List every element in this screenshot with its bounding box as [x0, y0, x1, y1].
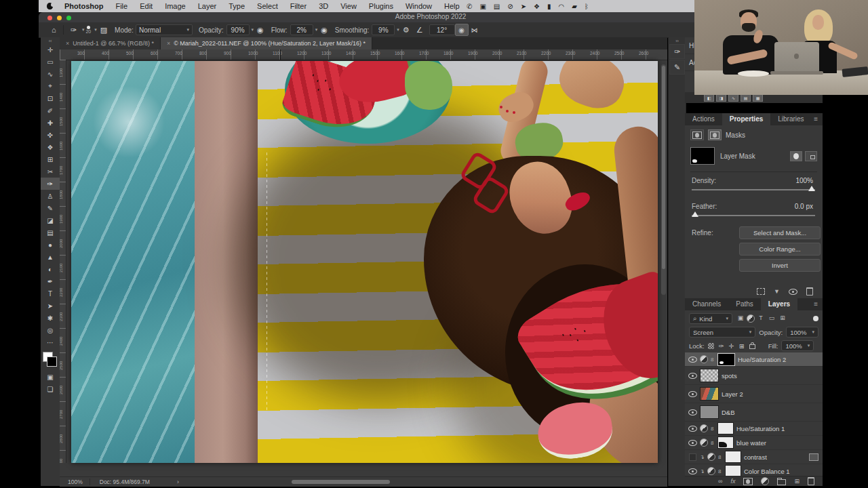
lock-all-icon[interactable] [749, 344, 755, 349]
layer-name[interactable]: contrast [744, 453, 767, 461]
battery-icon[interactable]: ▰ [572, 3, 577, 10]
menu-view[interactable]: View [334, 0, 363, 12]
background-color-swatch[interactable] [47, 357, 57, 367]
tab-channels[interactable]: Channels [685, 298, 728, 310]
sidecar-icon[interactable]: ▮ [547, 3, 551, 10]
density-slider[interactable] [692, 189, 815, 190]
brush-preset-icon[interactable]: ✑ [67, 26, 80, 35]
fill-select[interactable]: 100%▾ [781, 340, 814, 351]
dodge-tool[interactable]: ◐ [41, 263, 60, 275]
adjustment-preset-4[interactable]: ▤ [741, 94, 751, 102]
layer-visibility-toggle[interactable] [688, 453, 697, 461]
object-selection-tool[interactable]: ⌖ [41, 80, 60, 92]
load-selection-icon[interactable] [757, 288, 765, 295]
menu-select[interactable]: Select [251, 0, 284, 12]
type-tool[interactable]: T [41, 287, 60, 300]
layer-thumbnail[interactable] [700, 387, 719, 401]
tab-layers[interactable]: Layers [761, 298, 797, 310]
vector-mask-badge-icon[interactable] [805, 151, 817, 161]
layer-row[interactable]: D&B [685, 403, 823, 422]
patch-tool[interactable]: ❖ [41, 141, 60, 153]
smoothing-value[interactable]: 9% [372, 24, 395, 35]
layer-row[interactable]: 8Hue/Saturation 1 [685, 422, 823, 436]
layer-thumbnail[interactable] [717, 436, 734, 449]
brushes-panel-icon[interactable]: ✎ [669, 60, 685, 75]
menu-3d[interactable]: 3D [313, 0, 334, 12]
select-and-mask-button[interactable]: Select and Mask... [739, 226, 821, 239]
adjustment-layer-icon[interactable] [700, 355, 708, 363]
healing-brush-tool[interactable]: ✜ [41, 129, 60, 141]
horizontal-scrollbar[interactable] [292, 480, 390, 484]
filter-toggle[interactable] [813, 316, 818, 321]
adjustment-preset-5[interactable]: ▦ [753, 94, 763, 102]
panel-menu-icon[interactable]: ≡ [814, 298, 823, 310]
apply-mask-icon[interactable]: ▼ [774, 288, 780, 295]
adjustment-layer-icon[interactable] [707, 453, 715, 461]
menu-edit[interactable]: Edit [134, 0, 159, 12]
mask-badge-icon[interactable] [790, 151, 802, 161]
density-slider-knob[interactable] [808, 186, 815, 191]
lock-transparency-icon[interactable] [708, 343, 714, 349]
layer-thumbnail[interactable] [725, 451, 741, 463]
layers-opacity-select[interactable]: 100%▾ [786, 327, 818, 338]
density-value[interactable]: 100% [795, 177, 813, 184]
bluetooth-icon[interactable]: ᛒ [585, 3, 589, 10]
layer-mask-thumbnail[interactable] [690, 147, 715, 165]
delete-mask-icon[interactable] [806, 287, 813, 296]
layer-thumbnail[interactable] [717, 422, 734, 434]
opacity-value[interactable]: 90% [226, 24, 250, 35]
mask-link-icon[interactable]: 8 [718, 468, 722, 474]
status-arrow-icon[interactable]: › [177, 479, 179, 485]
tab-libraries[interactable]: Libraries [770, 113, 811, 125]
lock-artboard-icon[interactable]: ⊞ [739, 342, 745, 350]
layer-visibility-toggle[interactable] [688, 357, 697, 363]
lock-pixels-icon[interactable]: ✑ [719, 342, 724, 350]
flow-value[interactable]: 2% [290, 24, 313, 35]
canvas[interactable] [71, 61, 658, 463]
add-mask-icon[interactable] [743, 478, 753, 485]
close-tab-icon[interactable]: × [66, 40, 69, 47]
mask-link-icon[interactable]: 8 [711, 426, 715, 432]
filter-pixel-layers-icon[interactable]: ▣ [736, 314, 745, 323]
layer-visibility-toggle[interactable] [688, 409, 697, 415]
eraser-tool[interactable]: ◪ [41, 214, 60, 226]
layer-name[interactable]: Color Balance 1 [744, 468, 790, 475]
mask-link-icon[interactable]: 8 [711, 357, 715, 363]
marquee-tool[interactable]: ▭ [41, 56, 60, 68]
filter-type-layers-icon[interactable]: T [756, 314, 766, 323]
hand-tool[interactable]: ✱ [41, 312, 60, 324]
lasso-tool[interactable]: ∿ [41, 68, 60, 80]
mask-link-icon[interactable]: 8 [711, 440, 715, 446]
dock-collapse-icon[interactable]: ›› [669, 37, 686, 43]
smudge-tool[interactable]: ● [41, 239, 60, 251]
frame-tool[interactable]: ⊞ [41, 153, 60, 165]
delete-layer-icon[interactable] [808, 477, 814, 485]
airbrush-icon[interactable]: ◉ [317, 26, 331, 35]
vertical-scrollbar[interactable] [661, 64, 666, 295]
filter-adjustment-layers-icon[interactable] [747, 314, 755, 323]
layer-visibility-toggle[interactable] [688, 391, 697, 397]
layer-row[interactable]: Layer 2 [685, 385, 823, 403]
menu-file[interactable]: File [109, 0, 134, 12]
pixel-mask-icon[interactable] [690, 129, 704, 140]
layer-thumbnail[interactable] [700, 405, 719, 419]
spot-healing-tool[interactable]: ✚ [41, 117, 60, 129]
layer-name[interactable]: Layer 2 [722, 390, 743, 398]
adjustment-layer-icon[interactable] [700, 439, 708, 447]
menu-window[interactable]: Window [399, 0, 438, 12]
layer-styles-icon[interactable]: fx [730, 478, 735, 485]
app-badge-icon[interactable]: ❖ [534, 3, 540, 10]
document-tab[interactable]: ×Untitled-1 @ 66.7% (RGB/8) * [60, 37, 161, 49]
gradient-tool[interactable]: ▤ [41, 226, 60, 239]
layer-visibility-toggle[interactable] [688, 440, 697, 446]
menu-help[interactable]: Help [438, 0, 466, 12]
phone-icon[interactable]: ✆ [467, 3, 472, 10]
new-group-icon[interactable] [777, 479, 786, 485]
document-tab[interactable]: ×© Mariah_2022-011.NEF @ 100% (Hue/Satur… [161, 37, 372, 49]
mask-link-icon[interactable]: 8 [718, 454, 722, 460]
new-adjustment-layer-icon[interactable] [761, 477, 769, 485]
crop-tool[interactable]: ⊡ [41, 92, 60, 104]
pen-tool[interactable]: ✒ [41, 275, 60, 287]
apple-menu-icon[interactable] [47, 3, 53, 9]
link-layers-icon[interactable]: ∞ [718, 478, 722, 485]
